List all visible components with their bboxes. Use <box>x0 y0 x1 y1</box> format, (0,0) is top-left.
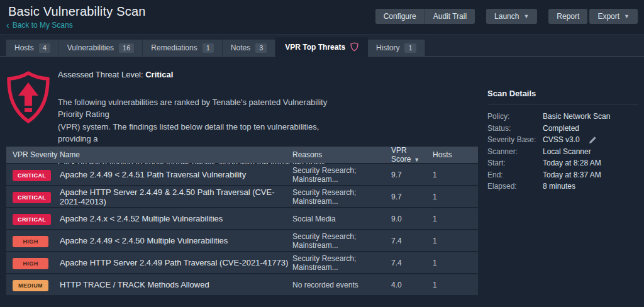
back-link-label: Back to My Scans <box>13 21 73 30</box>
assessed-threat-level: Assessed Threat Level: Critical <box>58 70 173 79</box>
assessed-label: Assessed Threat Level: <box>58 70 145 79</box>
field-label: End: <box>487 170 543 179</box>
severity-badge: CRITICAL <box>13 192 51 203</box>
back-to-my-scans-link[interactable]: ‹ Back to My Scans <box>6 21 73 30</box>
scan-detail-scanner: Scanner: Local Scanner <box>487 146 638 158</box>
col-header-reasons[interactable]: Reasons <box>292 150 391 159</box>
field-label: Status: <box>487 124 543 133</box>
chevron-down-icon: ▼ <box>624 13 630 20</box>
vulnerability-name: Apache HTTP Server 2.4.49 & 2.4.50 Path … <box>60 187 292 206</box>
field-value: Completed <box>543 124 579 133</box>
hosts-count: 1 <box>433 281 478 289</box>
tab-label: History <box>376 43 399 52</box>
scan-detail-elapsed: Elapsed: 8 minutes <box>487 181 638 193</box>
scan-detail-start: Start: Today at 8:28 AM <box>487 157 638 169</box>
table-row[interactable]: CRITICAL Apache 2.4.49 < 2.4.51 Path Tra… <box>6 164 478 185</box>
field-value: Basic Network Scan <box>543 112 610 121</box>
table-header-row: VPR Severity Name Reasons VPR Score▼ Hos… <box>6 147 478 163</box>
tab-label: Hosts <box>14 43 34 52</box>
scan-details-panel: Scan Details Policy: Basic Network Scan … <box>487 89 638 193</box>
vpr-score: 9.0 <box>391 215 433 223</box>
vulnerability-name: Apache HTTP Server 2.4.49 Path Traversal… <box>60 258 292 267</box>
audit-trail-button[interactable]: Audit Trail <box>425 9 475 24</box>
hosts-count: 1 <box>433 237 478 245</box>
severity-badge: HIGH <box>13 236 48 247</box>
hosts-count: 1 <box>433 170 478 179</box>
tab-history[interactable]: History 1 <box>368 40 425 56</box>
vpr-score: 9.7 <box>391 193 433 201</box>
page-title: Basic Vulnerability Scan <box>8 4 146 19</box>
configure-label: Configure <box>384 12 416 21</box>
vpr-score: 7.4 <box>391 237 433 245</box>
tab-count-badge: 3 <box>255 43 267 53</box>
tab-count-badge: 1 <box>404 43 416 53</box>
tab-label: VPR Top Threats <box>285 43 345 52</box>
tab-remediations[interactable]: Remediations 1 <box>143 40 223 56</box>
launch-button[interactable]: Launch ▼ <box>486 9 537 24</box>
tab-label: Remediations <box>151 43 197 52</box>
edit-pencil-icon[interactable] <box>589 136 597 144</box>
threat-level-shield-icon <box>5 70 52 127</box>
tab-notes[interactable]: Notes 3 <box>223 40 275 56</box>
vulnerability-reasons: No recorded events <box>292 281 391 289</box>
field-value: Today at 8:28 AM <box>543 159 601 167</box>
vulnerability-name: HTTP TRACE / TRACK Methods Allowed <box>60 280 292 289</box>
export-label: Export <box>597 12 619 21</box>
vulnerability-reasons: Security Research; Mainstream... <box>292 166 391 184</box>
scan-detail-end: End: Today at 8:37 AM <box>487 169 638 181</box>
tab-vulnerabilities[interactable]: Vulnerabilities 16 <box>59 40 143 56</box>
page-header: Basic Vulnerability Scan ‹ Back to My Sc… <box>0 0 644 35</box>
vpr-score: 9.7 <box>391 170 433 179</box>
report-label: Report <box>557 12 579 21</box>
configure-button[interactable]: Configure <box>375 9 425 24</box>
tab-bar: Hosts 4 Vulnerabilities 16 Remediations … <box>0 35 644 57</box>
export-button[interactable]: Export ▼ <box>589 9 638 24</box>
table-row[interactable]: HIGH Apache 2.4.49 < 2.4.50 Multiple Vul… <box>6 230 478 251</box>
divider <box>487 104 638 104</box>
table-row[interactable]: HIGH Apache HTTP Server 2.4.49 Path Trav… <box>6 252 478 273</box>
tab-label: Vulnerabilities <box>67 43 114 52</box>
col-header-name[interactable]: Name <box>60 150 292 159</box>
severity-badge: CRITICAL <box>13 170 51 181</box>
scan-detail-status: Status: Completed <box>487 123 638 135</box>
severity-badge: HIGH <box>13 258 48 269</box>
vulnerability-name: Apache 2.4.x < 2.4.52 Multiple Vulnerabi… <box>60 214 292 223</box>
col-header-vpr-score[interactable]: VPR Score▼ <box>391 146 433 164</box>
scan-detail-policy: Policy: Basic Network Scan <box>487 111 638 123</box>
vpr-score: 4.0 <box>391 281 433 289</box>
vpr-score: 7.4 <box>391 259 433 267</box>
tab-count-badge: 4 <box>39 43 50 53</box>
launch-label: Launch <box>494 12 519 21</box>
vulnerability-reasons: Social Media <box>292 215 391 223</box>
tab-label: Notes <box>231 43 250 52</box>
field-label: Severity Base: <box>487 135 543 144</box>
field-label: Elapsed: <box>487 182 543 191</box>
vulnerability-reasons: Security Research; Mainstream... <box>292 188 391 206</box>
vpr-threats-table: VPR Severity Name Reasons VPR Score▼ Hos… <box>6 147 478 295</box>
report-button[interactable]: Report <box>548 9 587 24</box>
hosts-count: 1 <box>433 259 478 267</box>
hosts-count: 1 <box>433 215 478 223</box>
field-value: CVSS v3.0 <box>543 135 580 144</box>
tab-hosts[interactable]: Hosts 4 <box>6 40 59 56</box>
field-value: Local Scanner <box>543 147 591 156</box>
severity-badge: MEDIUM <box>13 280 48 291</box>
configure-audit-group: Configure Audit Trail <box>375 9 475 24</box>
table-row[interactable]: MEDIUM HTTP TRACE / TRACK Methods Allowe… <box>6 274 478 295</box>
header-actions: Configure Audit Trail Launch ▼ Report Ex… <box>375 9 638 24</box>
vulnerability-name: Apache 2.4.49 < 2.4.50 Multiple Vulnerab… <box>60 236 292 245</box>
tab-vpr-top-threats[interactable]: VPR Top Threats <box>275 37 368 57</box>
col-header-hosts[interactable]: Hosts <box>433 150 478 159</box>
audit-trail-label: Audit Trail <box>433 12 467 21</box>
vulnerability-name: Apache 2.4.49 < 2.4.51 Path Traversal Vu… <box>60 170 292 179</box>
field-label: Policy: <box>487 112 543 121</box>
field-label: Start: <box>487 159 543 167</box>
table-row[interactable]: CRITICAL Apache 2.4.x < 2.4.52 Multiple … <box>6 208 478 229</box>
field-value: Today at 8:37 AM <box>543 170 601 179</box>
sort-desc-icon: ▼ <box>414 157 419 163</box>
assessed-value: Critical <box>145 70 173 79</box>
chevron-left-icon: ‹ <box>6 22 9 28</box>
col-header-vpr-severity: VPR Severity <box>6 150 60 159</box>
table-row[interactable]: CRITICAL Apache HTTP Server 2.4.49 & 2.4… <box>6 186 478 207</box>
chevron-down-icon: ▼ <box>523 13 529 20</box>
